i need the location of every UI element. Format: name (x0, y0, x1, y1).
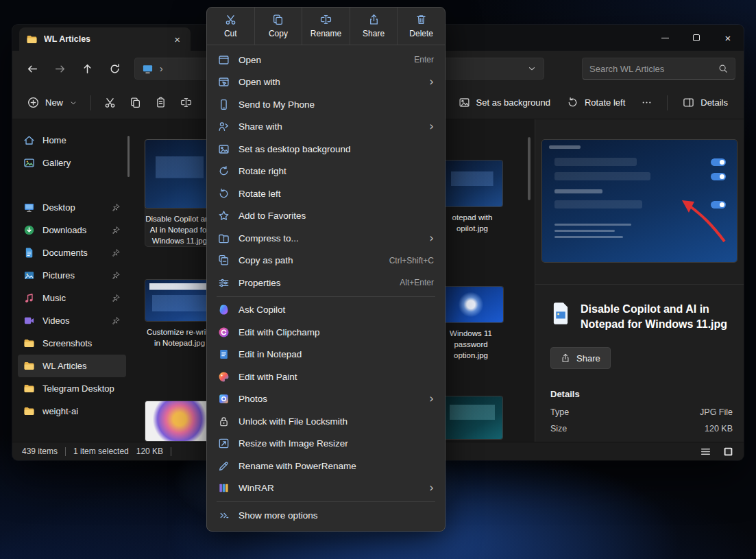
close-button[interactable]: × (712, 25, 744, 51)
menu-item-label: Edit with Paint (239, 372, 297, 382)
search-input[interactable]: Search WL Articles (589, 64, 713, 74)
file-item[interactable]: otepad with opilot.jpg (442, 160, 502, 234)
quick-action-rename[interactable]: Rename (302, 8, 350, 45)
copy-button[interactable] (123, 91, 148, 115)
notepad-icon (218, 348, 230, 360)
paste-button[interactable] (148, 91, 173, 115)
preview-image[interactable] (542, 140, 737, 262)
open-with-icon (218, 76, 230, 88)
menu-item-label: WinRAR (239, 483, 274, 493)
menu-item-open-with[interactable]: Open with› (211, 71, 441, 94)
forward-button[interactable] (48, 57, 71, 80)
menu-item-rotate-right[interactable]: Rotate right (211, 160, 441, 183)
file-thumbnail (145, 401, 214, 441)
back-button[interactable] (21, 57, 44, 80)
folder-icon (23, 337, 35, 349)
menu-item-share-with[interactable]: Share with› (211, 116, 441, 139)
sidebar-item-desktop[interactable]: Desktop (18, 196, 126, 219)
show-more-icon (218, 510, 230, 521)
rotate-left-button[interactable]: Rotate left (559, 91, 633, 115)
sidebar-item-label: WL Articles (42, 361, 121, 371)
refresh-button[interactable] (103, 57, 126, 80)
menu-item-edit-with-paint[interactable]: Edit with Paint (211, 366, 441, 388)
menu-item-copy-as-path[interactable]: Copy as pathCtrl+Shift+C (211, 250, 441, 272)
sidebar-item-gallery[interactable]: Gallery (18, 152, 126, 174)
tab-close-button[interactable]: × (171, 34, 184, 45)
sidebar-item-weight-ai[interactable]: weight-ai (18, 400, 126, 423)
sidebar-item-documents[interactable]: Documents (18, 241, 126, 264)
quick-action-cut[interactable]: Cut (207, 8, 254, 45)
sidebar-item-downloads[interactable]: Downloads (18, 219, 126, 241)
sidebar-item-label: Gallery (42, 158, 121, 168)
open-icon (218, 54, 230, 66)
sidebar-item-label: Home (42, 135, 121, 145)
maximize-button[interactable] (681, 25, 712, 51)
sidebar-item-wl-articles[interactable]: WL Articles (18, 355, 126, 377)
sidebar-item-screenshots[interactable]: Screenshots (18, 332, 126, 355)
sidebar-item-pictures[interactable]: Pictures (18, 264, 126, 287)
menu-item-winrar[interactable]: WinRAR› (211, 477, 441, 500)
menu-item-show-more-options[interactable]: Show more options (211, 504, 441, 527)
menu-item-ask-copilot[interactable]: Ask Copilot (211, 299, 441, 322)
sidebar-item-telegram-desktop[interactable]: Telegram Desktop (18, 377, 126, 400)
menu-item-label: Unlock with File Locksmith (239, 416, 347, 427)
command-bar-right: Set as background Rotate left Details (451, 91, 735, 115)
file-properties: TypeJPG FileSize120 KB (550, 404, 733, 437)
refresh-icon (109, 63, 121, 75)
quick-action-delete[interactable]: Delete (397, 8, 445, 45)
new-icon (27, 97, 39, 108)
preview-image-row (554, 158, 637, 166)
menu-item-open[interactable]: OpenEnter (211, 49, 441, 71)
file-item[interactable] (145, 401, 214, 441)
menu-item-photos[interactable]: Photos› (211, 388, 441, 411)
up-button[interactable] (75, 57, 99, 80)
minimize-button[interactable] (649, 25, 681, 51)
file-item[interactable] (442, 396, 502, 439)
menu-item-resize-with-image-resizer[interactable]: Resize with Image Resizer (211, 433, 441, 455)
cut-button[interactable] (97, 91, 123, 115)
file-item[interactable]: Customize re-write in Notepad.jpg (145, 280, 214, 348)
rotate-left-label: Rotate left (585, 97, 625, 108)
sidebar-item-label: Documents (42, 248, 103, 258)
forward-icon (54, 63, 66, 75)
compress-icon (218, 233, 230, 244)
powerrename-icon (218, 460, 230, 472)
menu-item-unlock-with-file-locksmith[interactable]: Unlock with File Locksmith (211, 410, 441, 433)
tab-wl-articles[interactable]: WL Articles × (19, 27, 191, 51)
menu-item-edit-with-clipchamp[interactable]: Edit with Clipchamp (211, 321, 441, 344)
address-dropdown-icon[interactable] (527, 64, 537, 73)
list-view-icon[interactable] (700, 446, 711, 457)
menu-item-edit-in-notepad[interactable]: Edit in Notepad (211, 344, 441, 366)
favorites-icon (218, 210, 230, 222)
menu-item-properties[interactable]: PropertiesAlt+Enter (211, 272, 441, 294)
menu-item-set-as-desktop-background[interactable]: Set as desktop background (211, 138, 441, 160)
videos-icon (23, 315, 35, 326)
menu-item-add-to-favorites[interactable]: Add to Favorites (211, 205, 441, 228)
sidebar-list: HomeGalleryDesktopDownloadsDocumentsPict… (18, 129, 126, 423)
file-item[interactable]: Windows 11 password option.jpg (439, 287, 503, 361)
sidebar-scrollbar[interactable] (127, 136, 130, 177)
sidebar-item-home[interactable]: Home (18, 129, 126, 152)
share-with-icon (218, 121, 230, 132)
rename-button[interactable] (173, 91, 199, 115)
quick-action-copy[interactable]: Copy (254, 8, 302, 45)
sidebar-item-music[interactable]: Music (18, 287, 126, 309)
files-scrollbar[interactable] (528, 137, 531, 200)
more-options-button[interactable] (634, 91, 659, 115)
menu-item-label: Share with (239, 121, 282, 132)
menu-item-rotate-left[interactable]: Rotate left (211, 182, 441, 205)
search-box[interactable]: Search WL Articles (582, 58, 735, 80)
sidebar-item-label: Pictures (42, 270, 103, 281)
menu-item-send-to-my-phone[interactable]: Send to My Phone (211, 93, 441, 116)
file-thumbnail (439, 287, 503, 322)
quick-action-share[interactable]: Share (350, 8, 398, 45)
file-item[interactable]: Disable Copilot and AI in Notepad for Wi… (145, 140, 214, 246)
thumbnail-view-icon[interactable] (722, 446, 734, 457)
sidebar-item-videos[interactable]: Videos (18, 309, 126, 332)
menu-item-rename-with-powerrename[interactable]: Rename with PowerRename (211, 455, 441, 477)
share-button[interactable]: Share (550, 347, 611, 369)
details-pane-button[interactable]: Details (675, 91, 735, 115)
new-button[interactable]: New (21, 91, 84, 115)
menu-item-compress-to[interactable]: Compress to...› (211, 227, 441, 250)
set-as-background-button[interactable]: Set as background (451, 91, 558, 115)
